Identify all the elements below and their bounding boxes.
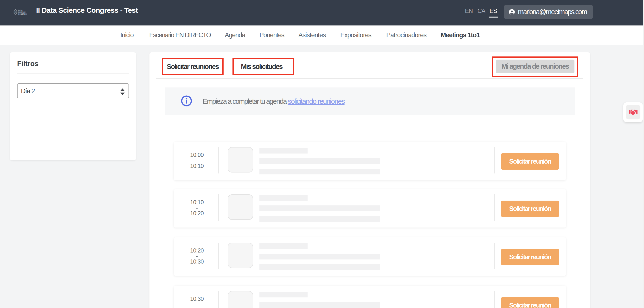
svg-text:DATA: DATA: [18, 9, 22, 11]
svg-text:CONGRESS: CONGRESS: [18, 13, 27, 15]
svg-text:DSC: DSC: [14, 11, 17, 13]
svg-text:SCIENCE: SCIENCE: [18, 11, 26, 13]
